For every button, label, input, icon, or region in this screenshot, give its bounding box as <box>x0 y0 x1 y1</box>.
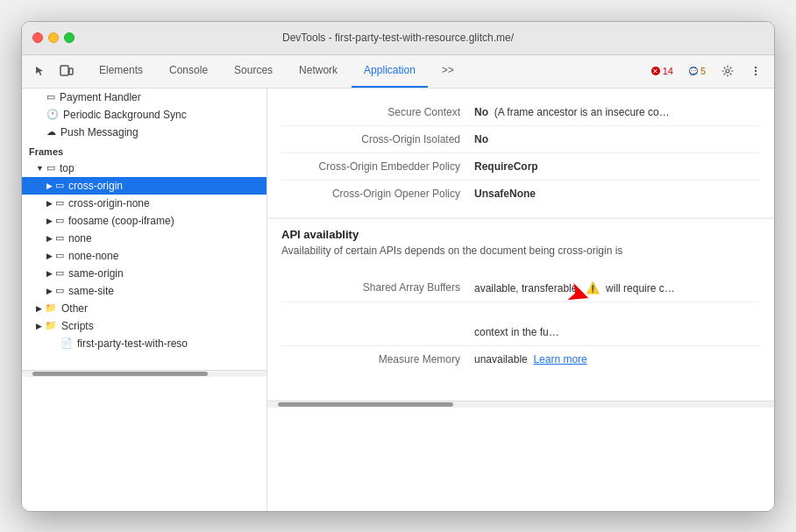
label-shared-array-buffers: Shared Array Buffers <box>281 281 474 294</box>
value-shared-array-extra: context in the fu ➤ <box>474 309 760 338</box>
svg-point-2 <box>726 69 729 73</box>
svg-point-4 <box>755 70 757 72</box>
label-measure-memory: Measure Memory <box>281 353 474 365</box>
frame-icon: ▭ <box>55 197 64 209</box>
detail-row-cross-origin-isolated: Cross-Origin Isolated No <box>281 126 760 153</box>
expand-icon: ▶ <box>36 304 42 313</box>
detail-row-shared-array-buffers: Shared Array Buffers available, transfer… <box>281 274 760 302</box>
label-secure-context: Secure Context <box>281 106 474 118</box>
warning-badge[interactable]: 💬 5 <box>684 64 711 78</box>
window-title: DevTools - first-party-test-with-resourc… <box>282 32 514 44</box>
sidebar-scrollbar-thumb <box>32 372 208 376</box>
maximize-button[interactable] <box>64 32 75 43</box>
expand-icon: ▼ <box>36 164 44 173</box>
traffic-lights <box>32 32 75 43</box>
api-availability-desc: Availability of certain APIs depends on … <box>267 245 774 264</box>
expand-icon: ▶ <box>46 287 53 295</box>
label-coep: Cross-Origin Embedder Policy <box>281 160 474 173</box>
value-coep: RequireCorp <box>474 160 760 173</box>
sidebar-item-none-none[interactable]: ▶ ▭ none-none <box>22 247 267 265</box>
devtools-window: DevTools - first-party-test-with-resourc… <box>21 21 775 512</box>
folder-icon: 📁 <box>45 320 57 331</box>
label-coop: Cross-Origin Opener Policy <box>281 188 474 200</box>
expand-icon: ▶ <box>36 322 42 330</box>
expand-icon: ▶ <box>46 199 53 208</box>
error-icon: ✕ <box>651 67 660 75</box>
expand-icon: ▶ <box>46 216 53 225</box>
expand-icon: ▶ <box>46 234 53 243</box>
titlebar: DevTools - first-party-test-with-resourc… <box>22 22 774 55</box>
frame-icon: ▭ <box>55 250 64 261</box>
device-toggle-icon[interactable] <box>55 60 78 82</box>
clock-icon: 🕐 <box>46 109 59 120</box>
sidebar-item-same-site[interactable]: ▶ ▭ same-site <box>22 282 267 300</box>
value-coop: UnsafeNone <box>474 188 760 200</box>
more-options-icon[interactable] <box>744 60 767 82</box>
sidebar-item-payment-handler[interactable]: ▭ Payment Handler <box>22 89 267 106</box>
value-cross-origin-isolated: No <box>474 133 760 145</box>
api-detail-table: Shared Array Buffers available, transfer… <box>267 264 774 383</box>
settings-icon[interactable] <box>716 60 739 82</box>
detail-row-shared-array-extra: context in the fu ➤ <box>281 302 760 346</box>
tab-console[interactable]: Console <box>157 55 220 88</box>
detail-horizontal-scrollbar[interactable] <box>267 401 774 408</box>
minimize-button[interactable] <box>48 32 59 43</box>
value-secure-context: No (A frame ancestor is an insecure co <box>474 106 760 118</box>
cursor-icon[interactable] <box>29 60 52 82</box>
warning-icon: 💬 <box>689 67 698 75</box>
frame-icon: ▭ <box>46 162 55 174</box>
svg-point-5 <box>755 74 757 75</box>
folder-icon: 📁 <box>45 302 57 314</box>
frame-icon: ▭ <box>55 285 64 296</box>
arrow-container: ➤ <box>562 309 632 336</box>
sidebar-item-periodic-bg-sync[interactable]: 🕐 Periodic Background Sync <box>22 106 267 124</box>
sidebar-horizontal-scrollbar[interactable] <box>22 370 267 377</box>
file-icon: 📄 <box>60 337 73 349</box>
detail-pane: Secure Context No (A frame ancestor is a… <box>267 89 774 511</box>
sidebar-item-push-messaging[interactable]: ☁ Push Messaging <box>22 124 267 141</box>
tab-more[interactable]: >> <box>430 55 466 88</box>
value-measure-memory: unavailable Learn more <box>474 353 760 365</box>
sidebar-item-scripts[interactable]: ▶ 📁 Scripts <box>22 317 267 335</box>
detail-row-measure-memory: Measure Memory unavailable Learn more <box>281 346 760 372</box>
tab-elements[interactable]: Elements <box>87 55 155 88</box>
svg-rect-1 <box>69 68 73 74</box>
tab-sources[interactable]: Sources <box>222 55 285 88</box>
svg-point-3 <box>755 67 757 68</box>
detail-scrollbar-thumb <box>278 402 453 407</box>
frame-icon: ▭ <box>55 267 64 279</box>
sidebar-item-none[interactable]: ▶ ▭ none <box>22 230 267 247</box>
sidebar-item-cross-origin-none[interactable]: ▶ ▭ cross-origin-none <box>22 195 267 212</box>
svg-rect-0 <box>60 66 68 75</box>
sidebar-item-cross-origin[interactable]: ▶ ▭ cross-origin <box>22 177 267 195</box>
cloud-icon: ☁ <box>46 126 56 138</box>
learn-more-link[interactable]: Learn more <box>533 353 586 365</box>
toolbar-right: ✕ 14 💬 5 <box>646 55 767 88</box>
frame-icon: ▭ <box>55 180 64 191</box>
value-shared-array-buffers: available, transferable ⚠️ will require … <box>474 281 760 294</box>
sidebar-item-other[interactable]: ▶ 📁 Other <box>22 300 267 317</box>
close-button[interactable] <box>32 32 43 43</box>
detail-row-coep: Cross-Origin Embedder Policy RequireCorp <box>281 153 760 181</box>
sidebar-item-foosame[interactable]: ▶ ▭ foosame (coop-iframe) <box>22 212 267 230</box>
api-availability-header: API availablity <box>267 218 774 245</box>
tab-network[interactable]: Network <box>287 55 350 88</box>
sidebar-item-first-party-file[interactable]: 📄 first-party-test-with-reso <box>22 335 267 352</box>
expand-icon: ▶ <box>46 181 53 190</box>
payment-icon: ▭ <box>46 91 55 103</box>
frame-icon: ▭ <box>55 215 64 226</box>
expand-icon: ▶ <box>46 269 53 278</box>
expand-icon: ▶ <box>46 252 53 260</box>
sidebar-item-same-origin[interactable]: ▶ ▭ same-origin <box>22 265 267 282</box>
sidebar: ▭ Payment Handler 🕐 Periodic Background … <box>22 89 267 511</box>
label-cross-origin-isolated: Cross-Origin Isolated <box>281 133 474 145</box>
detail-row-secure-context: Secure Context No (A frame ancestor is a… <box>281 99 760 126</box>
frame-icon: ▭ <box>55 232 64 244</box>
tab-application[interactable]: Application <box>352 55 428 88</box>
error-badge[interactable]: ✕ 14 <box>646 64 679 78</box>
detail-table: Secure Context No (A frame ancestor is a… <box>267 89 774 217</box>
detail-row-coop: Cross-Origin Opener Policy UnsafeNone <box>281 181 760 207</box>
toolbar: Elements Console Sources Network Applica… <box>22 55 774 89</box>
toolbar-left-icons <box>29 55 78 88</box>
sidebar-item-top[interactable]: ▼ ▭ top <box>22 160 267 177</box>
